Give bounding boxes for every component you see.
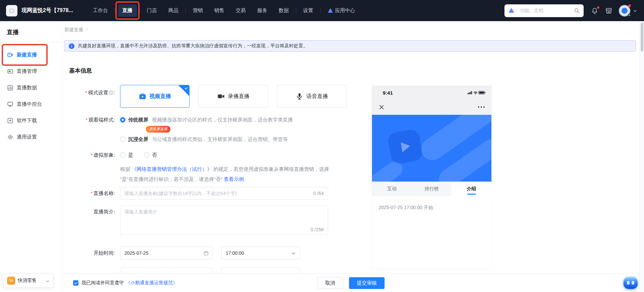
radio-button[interactable]: [120, 117, 125, 123]
start-time-label: 开始时间:: [64, 247, 115, 259]
mode-option-button[interactable]: 语音直播: [277, 85, 346, 108]
notice-banner: 共建良好直播环境，直播中不允许涉及防癌、抗癌等重大疾病治疗虚假宣传行为，一经发现…: [64, 40, 636, 52]
workspace-switcher[interactable]: 快消零售: [3, 274, 53, 288]
nav-item[interactable]: 销售: [210, 4, 229, 17]
scrollbar-thumb[interactable]: [641, 22, 643, 51]
camcorder-icon: [217, 93, 225, 100]
view-example-link[interactable]: 查看示例: [224, 176, 244, 182]
top-navbar: 现网蓝悦2号【7978... 工作台 直播 门店: [0, 0, 644, 21]
view-style-option: 沉浸全屏 与公域直播间样式类似，支持横竖屏画面，适合营销、带货等: [120, 136, 293, 143]
virtual-avatar-row: 虚拟形象: 是 否 根据 《网络直播营销管理办法（试行）》 的规定，若您使用虚拟…: [64, 151, 336, 184]
storefront-icon[interactable]: [605, 7, 612, 14]
live-name-field: 0 /64: [120, 187, 328, 200]
sidebar-item[interactable]: 直播中控台: [0, 96, 62, 112]
sidebar-item[interactable]: 新建直播: [0, 47, 62, 63]
notice-text: 共建良好直播环境，直播中不允许涉及防癌、抗癌等重大疾病治疗虚假宣传行为，一经发现…: [78, 43, 308, 49]
nav-divider: [185, 8, 186, 13]
nav-item[interactable]: 服务: [253, 4, 272, 17]
tv-play-icon: [139, 93, 146, 100]
nav-item[interactable]: 应用中心: [323, 4, 360, 17]
selected-check-icon: [178, 85, 189, 96]
nav-item[interactable]: 直播: [118, 4, 137, 17]
video-camera-icon: [7, 52, 13, 58]
nav-menu: 工作台 直播 门店 商品 营销: [87, 4, 361, 17]
nav-item[interactable]: 营销: [189, 4, 207, 17]
breadcrumb-separator: 〉: [86, 27, 90, 33]
search-icon[interactable]: [574, 8, 580, 13]
breadcrumb-current[interactable]: 新建直播: [64, 27, 83, 33]
nav-item[interactable]: 交易: [231, 4, 250, 17]
preview-tab[interactable]: 排行榜: [412, 182, 452, 196]
sidebar-item[interactable]: 直播数据: [0, 80, 62, 96]
regulation-link[interactable]: 《网络直播营销管理办法（试行）》: [131, 166, 212, 172]
nav-item[interactable]: 数据: [274, 4, 293, 17]
nav-item[interactable]: 商品: [164, 4, 183, 17]
user-avatar[interactable]: [619, 5, 631, 17]
radio-button[interactable]: [120, 137, 125, 142]
required-asterisk: [86, 117, 88, 123]
sidebar-item[interactable]: 直播管理: [0, 63, 62, 80]
view-style-label: 观看端样式:: [64, 116, 115, 143]
phone-clock: 9:41: [383, 90, 393, 96]
online-status-dot: [628, 14, 631, 17]
live-intro-textarea[interactable]: [120, 206, 328, 226]
preview-tab[interactable]: 介绍: [451, 182, 491, 196]
live-manage-icon: [7, 68, 13, 74]
close-icon[interactable]: [379, 104, 384, 110]
assistant-robot-icon[interactable]: [623, 276, 639, 290]
search-placeholder: 功能、文档: [520, 8, 571, 14]
nav-divider: [115, 8, 115, 13]
search-divider: [517, 8, 517, 13]
virtual-avatar-help: 根据 《网络直播营销管理办法（试行）》 的规定，若您使用虚拟形象从事网络直播营销…: [120, 164, 336, 184]
chevron-down-icon: [46, 279, 50, 283]
agreement-link[interactable]: 《小鹅通直播运营规范》: [126, 280, 177, 286]
sidebar-item[interactable]: 通用设置: [0, 129, 62, 145]
virtual-avatar-label: 虚拟形象:: [64, 151, 115, 184]
mobile-preview: 9:41 互动 排行榜 介绍 2025-07-25 17:00:00 开始: [372, 86, 492, 269]
page-scrollbar: [639, 21, 644, 292]
mode-option-button[interactable]: 录播直播: [199, 85, 268, 108]
required-asterisk: [91, 152, 93, 158]
info-circle-icon[interactable]: [109, 90, 113, 94]
sidebar-item[interactable]: 软件下载: [0, 112, 62, 129]
app-logo[interactable]: [6, 5, 17, 16]
agree-checkbox[interactable]: [73, 280, 78, 286]
signal-wifi-battery-icons: [468, 91, 486, 95]
phone-status-bar: 9:41: [372, 86, 491, 99]
notifications-bell-icon[interactable]: [591, 7, 598, 14]
preview-tab[interactable]: 互动: [372, 182, 412, 196]
global-search-input[interactable]: 功能、文档: [504, 4, 584, 17]
mode-label: 模式设置:: [64, 85, 115, 108]
date-picker[interactable]: 2025-07-25: [120, 247, 213, 259]
live-name-input[interactable]: [124, 191, 310, 196]
mode-options: 视频直播 录播直播 语音直播: [120, 85, 346, 108]
view-style-options: 传统横屏 视频播放器加讨论区的样式，仅支持横屏画面，适合教学类直播 原竖屏直播 …: [120, 116, 293, 143]
live-name-row: 直播名称: 0 /64: [64, 187, 328, 200]
nav-item[interactable]: 工作台: [89, 4, 112, 17]
nav-item[interactable]: 门店: [143, 4, 161, 17]
store-name[interactable]: 现网蓝悦2号【7978...: [21, 7, 73, 14]
live-cover-placeholder: [372, 115, 491, 182]
char-counter: 0 /64: [313, 191, 324, 196]
live-intro-label: 直播简介:: [64, 206, 115, 235]
time-picker[interactable]: 17:00:00: [221, 247, 300, 259]
more-dots-icon[interactable]: [478, 106, 485, 108]
app-center-icon: [508, 8, 514, 13]
mode-option-button[interactable]: 视频直播: [120, 85, 190, 108]
nav-item[interactable]: 设置: [299, 4, 318, 17]
chevron-down-icon[interactable]: [633, 8, 637, 13]
view-style-option: 传统横屏 视频播放器加讨论区的样式，仅支持横屏画面，适合教学类直播 原竖屏直播: [120, 116, 293, 133]
submit-review-button[interactable]: 提交审核: [349, 277, 385, 289]
agree-text: 我已阅读并同意遵守: [82, 280, 124, 286]
radio-yes[interactable]: [120, 152, 125, 158]
section-title: 基本信息: [69, 67, 92, 75]
calendar-icon: [204, 251, 209, 256]
app-center-icon: [328, 8, 333, 13]
cart-icon: [7, 277, 15, 285]
cancel-button[interactable]: 取消: [317, 277, 343, 289]
legacy-badge: 原竖屏直播: [146, 126, 170, 133]
live-intro-row: 直播简介: 0 /256: [64, 206, 328, 235]
radio-no[interactable]: [144, 152, 149, 158]
download-icon: [7, 118, 13, 124]
preview-body: 2025-07-25 17:00:00 开始: [372, 196, 491, 219]
